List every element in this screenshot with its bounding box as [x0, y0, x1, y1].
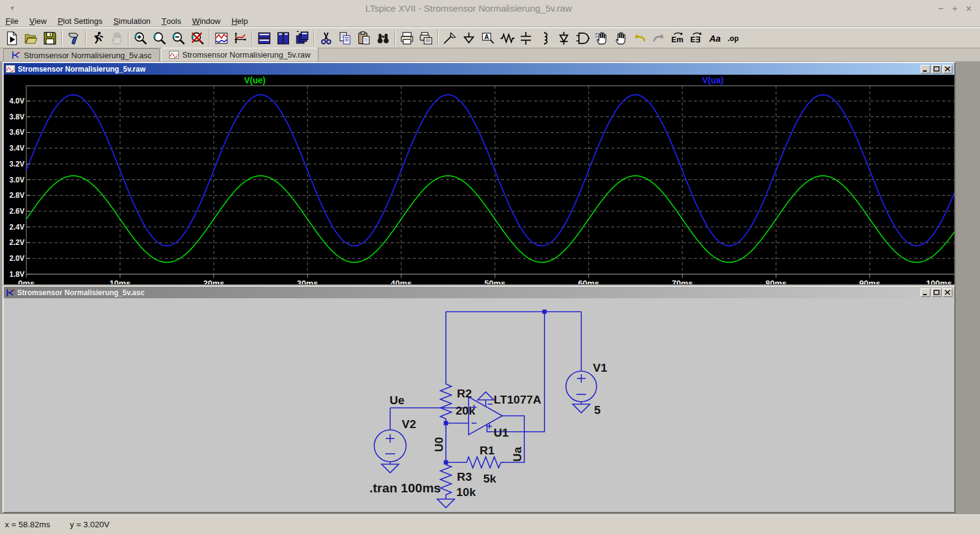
move-button[interactable] [592, 29, 611, 47]
open-button[interactable] [21, 29, 40, 47]
zoom-full-extents-icon [190, 31, 205, 46]
menu-item-file[interactable]: File [0, 16, 24, 26]
source-V2-designator[interactable]: V2 [402, 418, 416, 431]
opamp-designator[interactable]: U1 [494, 426, 509, 439]
draw-wire-button[interactable] [440, 29, 459, 47]
new-schematic-button[interactable] [2, 29, 21, 47]
rotate-button[interactable]: E∃ [687, 29, 706, 47]
svg-text:3.2V: 3.2V [9, 160, 24, 168]
close-button[interactable]: × [966, 3, 971, 13]
drag-button[interactable] [611, 29, 630, 47]
place-inductor-button[interactable] [535, 29, 554, 47]
net-label-ua[interactable]: Ua [511, 446, 524, 462]
zoom-in-button[interactable] [131, 29, 150, 47]
opamp-part-label[interactable]: LT1077A [494, 393, 541, 406]
toolbar-separator [128, 30, 129, 46]
svg-text:3.4V: 3.4V [9, 144, 24, 152]
resistor-R3-designator[interactable]: R3 [457, 470, 472, 483]
main-window-controls: − + × [913, 3, 980, 13]
minimize-button[interactable] [921, 65, 930, 73]
trace-label-V(ua)[interactable]: V(ua) [703, 75, 724, 85]
minimize-button[interactable] [921, 288, 930, 297]
schematic-window-titlebar[interactable]: Stromsensor Normalisierung_5v.asc [4, 287, 954, 298]
zoom-out-button[interactable] [169, 29, 188, 47]
place-net-label-button[interactable]: A [478, 29, 497, 47]
zoom-back-button[interactable] [150, 29, 169, 47]
autorange-y-axis-button[interactable] [212, 29, 231, 47]
zoom-fit-button[interactable] [231, 29, 250, 47]
net-label-ue[interactable]: Ue [390, 394, 404, 407]
resistor-R2-designator[interactable]: R2 [457, 387, 472, 400]
tab-schematic-asc[interactable]: Stromsensor Normalisierung_5v.asc [3, 48, 160, 61]
find-button[interactable] [374, 29, 393, 47]
menu-bar: FileViewPlot SettingsSimulationToolsWind… [0, 16, 980, 27]
place-capacitor-button[interactable] [516, 29, 535, 47]
tile-horizontal-button[interactable] [255, 29, 274, 47]
place-diode-button[interactable] [554, 29, 573, 47]
svg-text:3.0V: 3.0V [9, 176, 24, 184]
close-button[interactable] [943, 65, 952, 73]
menu-item-window[interactable]: Window [187, 16, 226, 26]
waveform-plot[interactable]: 4.0V3.8V3.6V3.4V3.2V3.0V2.8V2.6V2.4V2.2V… [4, 75, 954, 284]
place-ground-button[interactable] [459, 29, 478, 47]
net-label-u0[interactable]: U0 [432, 437, 445, 452]
resistor-R1-value[interactable]: 5k [483, 472, 497, 485]
tile-vertical-button[interactable] [274, 29, 293, 47]
svg-text:2.0V: 2.0V [9, 254, 24, 263]
menu-item-view[interactable]: View [24, 16, 52, 26]
menu-item-simulation[interactable]: Simulation [108, 16, 156, 26]
place-component-button[interactable] [573, 29, 592, 47]
print-button[interactable] [398, 29, 417, 47]
resistor-R2[interactable] [440, 384, 451, 423]
tab-waveform-raw[interactable]: Stromsensor Normalisierung_5v.raw [161, 48, 318, 61]
source-V1-value[interactable]: 5 [594, 404, 601, 416]
close-button[interactable] [943, 288, 952, 297]
print-preview-button[interactable] [417, 29, 435, 47]
resistor-R1-designator[interactable]: R1 [480, 444, 495, 457]
trace-label-V(ue)[interactable]: V(ue) [244, 75, 266, 85]
zoom-out-icon [171, 31, 186, 46]
svg-text:2.8V: 2.8V [9, 191, 24, 200]
undo-button[interactable] [630, 29, 649, 47]
schematic-drawing[interactable]: Ue V2 R2 20k LT1077A U1 R1 5k Ua U0 R3 1… [4, 298, 954, 512]
source-V2[interactable] [374, 430, 406, 462]
resistor-R3[interactable] [440, 462, 451, 499]
resistor-R2-value[interactable]: 20k [456, 404, 475, 417]
maximize-button[interactable]: + [952, 3, 957, 13]
zoom-full-extents-button[interactable] [188, 29, 207, 47]
control-panel-button[interactable] [64, 29, 83, 47]
spice-directive-text[interactable]: .tran 100ms [369, 481, 441, 495]
waveform-window-titlebar[interactable]: Stromsensor Normalisierung_5v.raw [4, 63, 954, 75]
resistor-R1[interactable] [446, 457, 503, 468]
place-text-button[interactable]: Aa [706, 29, 725, 47]
cursor-y-readout: y = 3.020V [70, 520, 110, 529]
source-V1[interactable] [566, 371, 597, 402]
copy-button[interactable] [336, 29, 355, 47]
resistor-R3-value[interactable]: 10k [456, 486, 476, 498]
menu-item-plot-settings[interactable]: Plot Settings [52, 16, 108, 26]
save-button[interactable] [40, 29, 59, 47]
spice-directive-button[interactable]: .op [725, 29, 744, 47]
window-menu-arrow-icon[interactable]: ▾ [0, 4, 24, 12]
cascade-windows-button[interactable] [293, 29, 312, 47]
menu-item-help[interactable]: Help [226, 16, 254, 26]
schematic-canvas[interactable]: Ue V2 R2 20k LT1077A U1 R1 5k Ua U0 R3 1… [4, 298, 954, 512]
open-icon [23, 31, 39, 46]
maximize-button[interactable] [932, 65, 941, 73]
maximize-button[interactable] [932, 288, 941, 297]
run-button[interactable] [88, 29, 107, 47]
waveform-plot-pane[interactable]: 4.0V3.8V3.6V3.4V3.2V3.0V2.8V2.6V2.4V2.2V… [4, 75, 954, 284]
schematic-window-icon [6, 288, 15, 297]
place-inductor-icon [537, 31, 552, 46]
redo-button[interactable] [649, 29, 668, 47]
svg-text:Aa: Aa [709, 33, 721, 43]
paste-button[interactable] [355, 29, 374, 47]
cut-button[interactable] [317, 29, 336, 47]
minimize-button[interactable]: − [938, 3, 944, 13]
svg-text:3.6V: 3.6V [9, 128, 24, 137]
source-V1-designator[interactable]: V1 [593, 361, 608, 374]
main-titlebar: ▾ LTspice XVII - Stromsensor Normalisier… [0, 0, 980, 16]
menu-item-tools[interactable]: Tools [156, 16, 187, 26]
place-resistor-button[interactable] [497, 29, 516, 47]
mirror-button[interactable]: Em [668, 29, 687, 47]
